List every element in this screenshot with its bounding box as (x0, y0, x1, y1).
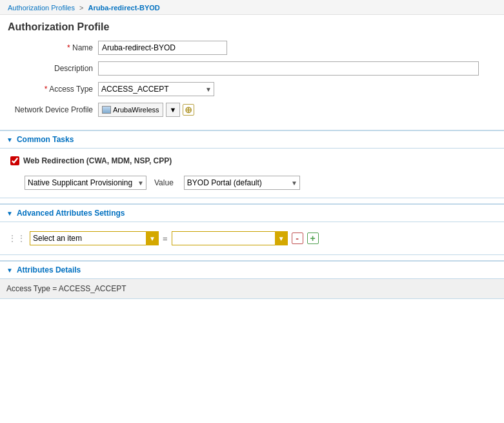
name-row: * Name (8, 41, 496, 55)
nsp-dropdown-wrapper: Native Supplicant Provisioning Centraliz… (25, 176, 146, 190)
redirection-dropdown-row: Native Supplicant Provisioning Centraliz… (25, 176, 494, 190)
page-title: Authorization Profile (0, 15, 504, 38)
value-dropdown-wrapper: BYOD Portal (default) Default Portal Cus… (184, 176, 300, 190)
access-type-label: * Access Type (8, 85, 98, 94)
adv-minus-btn[interactable]: - (292, 232, 303, 244)
description-row: Description (8, 61, 496, 76)
value-dropdown[interactable]: BYOD Portal (default) Default Portal Cus… (184, 176, 300, 190)
adv-plus-btn[interactable]: + (307, 232, 319, 244)
form-area: * Name Description * Access Type ACCESS_… (0, 38, 504, 130)
advanced-attributes-row: ⋮⋮ Select an item ▼ = ▼ - (8, 229, 496, 248)
breadcrumb-parent-link[interactable]: Authorization Profiles (8, 4, 75, 12)
description-input[interactable] (98, 61, 479, 76)
advanced-attributes-title: Advanced Attributes Settings (17, 209, 125, 218)
network-profile-container: ArubaWireless ▼ ⊕ (98, 103, 194, 117)
adv-value-select[interactable] (172, 231, 288, 245)
attributes-details-content: Access Type = ACCESS_ACCEPT (0, 279, 504, 298)
name-label: * Name (8, 43, 98, 52)
nsp-dropdown[interactable]: Native Supplicant Provisioning Centraliz… (25, 176, 146, 190)
drag-handle[interactable]: ⋮⋮ (8, 233, 26, 243)
access-type-select-wrapper: ACCESS_ACCEPT ACCESS_REJECT ▼ (98, 82, 214, 96)
common-tasks-panel: ▼ Common Tasks Web Redirection (CWA, MDM… (0, 130, 504, 198)
attributes-details-header[interactable]: ▼ Attributes Details (0, 262, 504, 279)
breadcrumb: Authorization Profiles > Aruba-redirect-… (0, 0, 504, 15)
network-device-profile-label: Network Device Profile (8, 105, 98, 114)
web-redirection-row: Web Redirection (CWA, MDM, NSP, CPP) (10, 156, 494, 165)
adv-item-select-wrapper: Select an item ▼ (30, 231, 159, 245)
web-redirection-label: Web Redirection (CWA, MDM, NSP, CPP) (23, 156, 172, 165)
common-tasks-content: Web Redirection (CWA, MDM, NSP, CPP) Nat… (0, 149, 504, 198)
value-label: Value (154, 178, 174, 187)
advanced-attributes-content: ⋮⋮ Select an item ▼ = ▼ - (0, 222, 504, 254)
network-device-profile-dropdown-btn[interactable]: ▼ (166, 103, 181, 117)
access-type-row: * Access Type ACCESS_ACCEPT ACCESS_REJEC… (8, 82, 496, 96)
minus-icon: - (296, 233, 299, 243)
name-input[interactable] (98, 41, 227, 55)
name-required-star: * (67, 43, 72, 52)
advanced-attributes-header[interactable]: ▼ Advanced Attributes Settings (0, 205, 504, 222)
advanced-attributes-panel: ▼ Advanced Attributes Settings ⋮⋮ Select… (0, 203, 504, 255)
advanced-attributes-toggle-arrow: ▼ (6, 210, 13, 217)
attributes-details-toggle-arrow: ▼ (6, 267, 13, 274)
access-type-select[interactable]: ACCESS_ACCEPT ACCESS_REJECT (98, 82, 214, 96)
network-device-profile-button[interactable]: ArubaWireless (98, 103, 163, 117)
common-tasks-title: Common Tasks (17, 135, 74, 144)
description-label: Description (8, 64, 98, 73)
web-redirection-checkbox[interactable] (10, 156, 19, 165)
network-device-add-btn[interactable]: ⊕ (183, 104, 194, 116)
network-device-icon (102, 106, 111, 114)
network-device-profile-value: ArubaWireless (113, 106, 159, 114)
common-tasks-toggle-arrow: ▼ (6, 136, 13, 143)
breadcrumb-current: Aruba-redirect-BYOD (88, 4, 160, 12)
adv-value-select-wrapper: ▼ (172, 231, 288, 245)
attributes-details-title: Attributes Details (17, 265, 81, 274)
breadcrumb-separator: > (79, 4, 83, 12)
adv-item-select[interactable]: Select an item (30, 231, 159, 245)
attributes-details-panel: ▼ Attributes Details Access Type = ACCES… (0, 260, 504, 299)
common-tasks-header[interactable]: ▼ Common Tasks (0, 131, 504, 149)
equals-sign: = (163, 234, 168, 243)
network-device-profile-row: Network Device Profile ArubaWireless ▼ ⊕ (8, 103, 496, 117)
plus-icon: + (310, 233, 316, 243)
